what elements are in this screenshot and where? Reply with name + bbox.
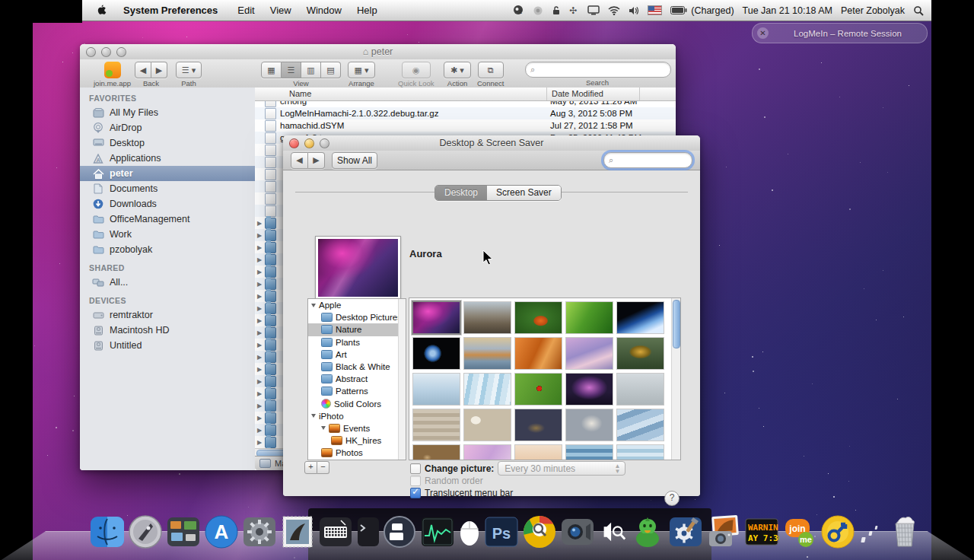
back-forward[interactable]: ◀▶ Back (135, 62, 167, 88)
dock-led-clock-icon[interactable]: WARNINAY 7:36 (744, 514, 779, 549)
dock-xcode-icon[interactable] (668, 514, 703, 549)
source-item-photos[interactable]: Photos (308, 447, 406, 459)
help-button[interactable]: ? (664, 491, 680, 506)
wallpaper-thumb-earth-space[interactable] (413, 338, 460, 369)
sidebar-item-all-my-files[interactable]: All My Files (80, 105, 255, 120)
disclosure-triangle-icon[interactable]: ▶ (257, 378, 265, 385)
source-item-patterns[interactable]: Patterns (308, 385, 406, 397)
path-button[interactable]: ☰ ▾ Path (176, 62, 202, 88)
disclosure-triangle-icon[interactable]: ▶ (257, 415, 265, 422)
user-menu[interactable]: Peter Zobolyak (841, 5, 905, 16)
sidebar-item-peter[interactable]: peter (80, 166, 255, 181)
sidebar-item-applications[interactable]: AApplications (80, 151, 255, 166)
joinme-app-shortcut[interactable]: join.me.app (94, 62, 131, 88)
sidebar-item-untitled[interactable]: Untitled (80, 338, 255, 353)
source-item-nature[interactable]: Nature (308, 323, 406, 336)
sidebar-item-desktop[interactable]: Desktop (80, 135, 255, 151)
wallpaper-thumb-zen-garden[interactable] (413, 409, 460, 441)
menu-help[interactable]: Help (349, 5, 385, 16)
dock-app-store-icon[interactable]: A (204, 514, 239, 549)
source-item-black-white[interactable]: Black & White (308, 361, 406, 373)
interval-popup[interactable]: Every 30 minutes▲▼ (498, 461, 625, 476)
tab-desktop[interactable]: Desktop (435, 186, 487, 200)
disclosure-triangle-icon[interactable]: ▶ (257, 354, 265, 361)
battery-icon[interactable] (670, 6, 687, 14)
disclosure-triangle-icon[interactable]: ▶ (257, 402, 265, 409)
change-picture-checkbox[interactable] (410, 463, 421, 474)
spotlight-icon[interactable] (913, 5, 924, 16)
source-item-apple[interactable]: Apple (308, 299, 406, 311)
dock-logmein-icon[interactable] (820, 514, 855, 549)
disclosure-triangle-icon[interactable]: ▶ (257, 439, 265, 446)
disclosure-triangle-icon[interactable]: ▶ (257, 427, 265, 434)
dock-chrome-zoom-icon[interactable] (522, 514, 557, 549)
dock-keyboard-viewer-icon[interactable] (318, 514, 353, 549)
dock-trash-icon[interactable] (887, 514, 922, 549)
translucent-checkbox[interactable] (410, 488, 421, 498)
remote-session-icon[interactable]: 2 (513, 5, 524, 16)
wallpaper-thumb-golden-pavilion[interactable] (617, 338, 664, 369)
wallpaper-thumb-pink-blur[interactable] (464, 445, 511, 460)
source-item-events[interactable]: Events (308, 422, 406, 434)
action-button[interactable]: ✱ ▾ Action (444, 62, 471, 88)
wallpaper-thumb-aurora-mountain[interactable] (566, 374, 613, 405)
disclosure-triangle-icon[interactable]: ▶ (257, 281, 265, 288)
dock-mission-control-icon[interactable] (166, 514, 201, 549)
prefs-search-field[interactable]: ⌕ (603, 152, 692, 168)
disclosure-triangle-icon[interactable]: ▶ (257, 329, 265, 336)
disclosure-triangle-icon[interactable]: ▶ (257, 305, 265, 312)
current-wallpaper-preview[interactable] (315, 236, 401, 300)
file-row-hamachid-dsym[interactable]: hamachid.dSYMJul 27, 2012 1:58 PM (255, 119, 676, 132)
menu-clock[interactable]: Tue Jan 21 10:18 AM (743, 5, 832, 16)
source-item-hk-hires[interactable]: HK_hires (308, 434, 406, 447)
add-button[interactable]: + (304, 461, 317, 474)
dock-search-tool-icon[interactable] (598, 514, 627, 549)
disclosure-triangle-icon[interactable]: ▶ (257, 390, 265, 397)
wallpaper-thumb-pale-stripes[interactable] (617, 445, 664, 460)
column-headers[interactable]: Name Date Modified (255, 88, 676, 101)
disclosure-triangle-icon[interactable]: ▶ (257, 232, 265, 239)
user-status-icon[interactable] (533, 5, 543, 16)
sync-icon[interactable]: ✣ (569, 5, 579, 15)
dock-mouse-utility-icon[interactable] (458, 514, 481, 549)
prefs-titlebar[interactable]: Desktop & Screen Saver (283, 135, 700, 151)
wallpaper-thumb-blue-ice[interactable] (464, 374, 511, 405)
disclosure-triangle-icon[interactable]: ▶ (257, 342, 265, 348)
forward-button[interactable]: ▶ (308, 152, 325, 169)
dock-activity-monitor-icon[interactable] (420, 514, 455, 549)
disclosure-triangle-icon[interactable]: ▶ (257, 269, 265, 275)
us-flag-icon[interactable] (648, 5, 662, 15)
dock-finder-icon[interactable] (90, 514, 125, 549)
display-icon[interactable] (587, 5, 600, 15)
wallpaper-thumb-rocky-mountains[interactable] (464, 302, 511, 333)
lock-icon[interactable] (552, 5, 561, 16)
random-order-checkbox[interactable] (410, 476, 421, 486)
wallpaper-thumb-peach-clouds[interactable] (515, 445, 562, 460)
source-item-desktop-pictures[interactable]: Desktop Pictures (308, 311, 406, 323)
file-row-logmeinhamachi-2-1-0-322-[interactable]: LogMeInHamachi-2.1.0.322.debug.tar.gzAug… (255, 107, 676, 119)
disclosure-triangle-icon[interactable]: ▶ (257, 256, 265, 263)
source-item-abstract[interactable]: Abstract (308, 373, 406, 385)
wallpaper-thumb-grass-dew[interactable] (566, 302, 613, 333)
dock-mail-icon[interactable] (280, 514, 315, 549)
disclosure-triangle-icon[interactable]: ▶ (257, 244, 265, 251)
dock-system-preferences-icon[interactable] (242, 514, 277, 549)
dock-launchpad-icon[interactable] (128, 514, 163, 549)
dock-image-capture-icon[interactable] (706, 514, 741, 549)
sidebar-item-downloads[interactable]: Downloads (80, 196, 255, 212)
wallpaper-thumb-beach-pebbles[interactable] (413, 445, 460, 460)
disclosure-open-icon[interactable] (311, 304, 316, 307)
wallpaper-thumb-water-stripes[interactable] (566, 445, 613, 460)
wallpaper-thumb-aurora[interactable] (413, 302, 460, 333)
disclosure-triangle-icon[interactable]: ▶ (257, 317, 265, 324)
sidebar-item-work[interactable]: Work (80, 227, 255, 242)
sidebar-item-documents[interactable]: Documents (80, 181, 255, 196)
dock-camera-app-icon[interactable] (560, 514, 595, 549)
wallpaper-thumb-white-stones[interactable] (464, 409, 511, 441)
disclosure-open-icon[interactable] (321, 426, 326, 430)
wallpaper-thumb-ladybug[interactable] (515, 374, 562, 405)
view-segmented[interactable]: ▦☰▥▤ View (261, 62, 341, 88)
apple-menu-icon[interactable] (96, 5, 107, 17)
wallpaper-thumb-fog[interactable] (617, 374, 664, 405)
dock-terminal-icon[interactable] (356, 514, 379, 549)
